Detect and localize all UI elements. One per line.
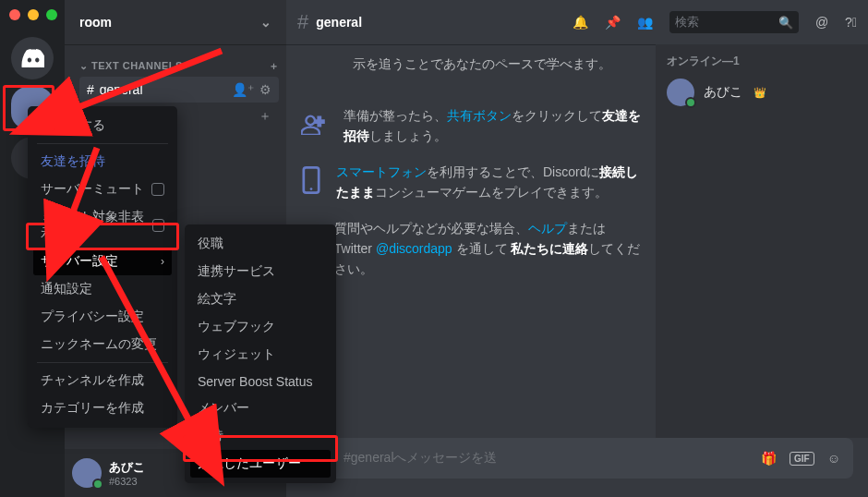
annotation-arrows xyxy=(0,0,868,497)
svg-line-2 xyxy=(69,51,222,111)
svg-line-3 xyxy=(69,148,97,222)
svg-line-4 xyxy=(102,257,194,430)
